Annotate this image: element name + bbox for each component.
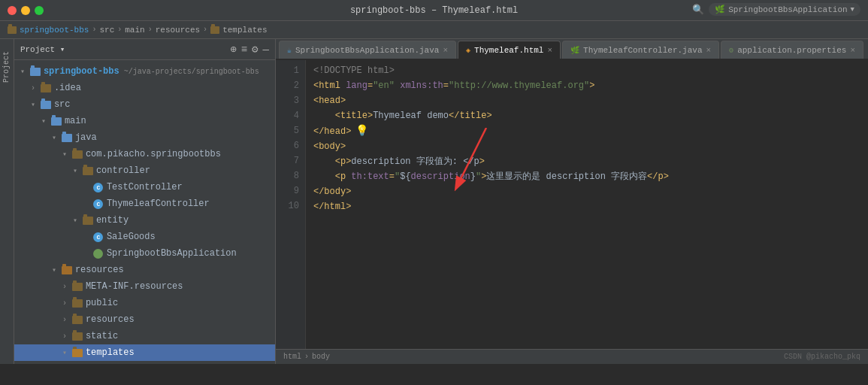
tree-item-templates[interactable]: ▾ templates	[14, 344, 275, 361]
lightbulb-icon: 💡	[355, 123, 368, 138]
tab-label-app-props: application.properties	[737, 46, 846, 55]
sync-icon[interactable]: ⊕	[230, 43, 236, 56]
code-token: lang	[346, 78, 367, 93]
maximize-button[interactable]	[35, 6, 44, 15]
titlebar: springboot-bbs – Thymeleaf.html 🔍 🌿 Spri…	[0, 0, 868, 21]
close-button[interactable]	[8, 6, 17, 15]
code-token: }	[470, 169, 476, 184]
code-token: </body>	[313, 184, 351, 199]
tree-item-springboot-app[interactable]: SpringbootBbsApplication	[14, 245, 275, 262]
tab-close-thymeleaf[interactable]: ×	[547, 46, 552, 55]
code-editor[interactable]: 1 2 3 4 5 6 7 8 9 10 <!DOCTYPE html> <ht…	[276, 60, 868, 349]
prop-icon-tab: ⚙	[729, 46, 733, 55]
tree-item-main[interactable]: ▾ main	[14, 113, 275, 129]
tree-item-static[interactable]: › static	[14, 328, 275, 344]
code-token: <html	[313, 78, 346, 93]
line-num-7: 7	[276, 153, 299, 168]
tree-item-sale-goods[interactable]: C SaleGoods	[14, 229, 275, 245]
editor-area: ☕ SpringbootBbsApplication.java × ◈ Thym…	[276, 39, 868, 364]
code-token: Thymeleaf demo	[373, 108, 449, 123]
tree-item-resources[interactable]: ▾ resources	[14, 262, 275, 278]
folder-icon-main	[50, 116, 62, 126]
chevron-down-icon: ▼	[851, 6, 854, 14]
tab-thymeleaf[interactable]: ◈ Thymeleaf.html ×	[458, 41, 561, 59]
tab-springboot-app[interactable]: ☕ SpringbootBbsApplication.java ×	[279, 41, 456, 59]
project-panel: Project ▾ ⊕ ≡ ⚙ — ▾ springboot-bbs ~/jav…	[14, 39, 276, 364]
bottom-watermark: CSDN @pikacho_pkq	[784, 353, 860, 361]
folder-icon-controller	[82, 165, 94, 176]
folder-icon-meta	[71, 281, 83, 292]
tree-label-springboot-app: SpringbootBbsApplication	[107, 248, 237, 259]
sidebar-tab-project[interactable]: Project	[1, 45, 12, 89]
tab-bar: ☕ SpringbootBbsApplication.java × ◈ Thym…	[276, 39, 868, 60]
tree-item-controller[interactable]: ▾ controller	[14, 162, 275, 179]
code-token: >	[479, 154, 485, 169]
breadcrumb-sep-1: ›	[92, 26, 96, 34]
spring-icon-tab: 🌿	[570, 46, 579, 55]
breadcrumb-main[interactable]: main	[125, 26, 144, 35]
breadcrumb-project[interactable]: springboot-bbs	[20, 26, 89, 35]
arrow-icon: ▾	[31, 100, 40, 109]
folder-icon-entity	[82, 215, 94, 226]
code-token: "en"	[373, 78, 395, 93]
code-content[interactable]: <!DOCTYPE html> <html lang="en" xmlns:th…	[306, 60, 868, 349]
tree-label-root: springboot-bbs	[44, 66, 119, 77]
tree-meta-root: ~/java-projects/springboot-bbs	[124, 68, 259, 76]
tree-item-entity[interactable]: ▾ entity	[14, 212, 275, 229]
arrow-icon: ›	[62, 299, 71, 308]
tab-close-app-props[interactable]: ×	[850, 46, 855, 55]
arrow-icon: ▾	[73, 216, 82, 225]
tab-close-thymeleaf-controller[interactable]: ×	[706, 46, 712, 55]
file-tree: ▾ springboot-bbs ~/java-projects/springb…	[14, 60, 275, 364]
folder-icon-idea	[40, 83, 52, 93]
code-token: description 字段值为: </p	[351, 154, 479, 169]
tree-label-templates: templates	[86, 347, 135, 358]
tree-item-java[interactable]: ▾ java	[14, 129, 275, 146]
line-numbers: 1 2 3 4 5 6 7 8 9 10	[276, 60, 306, 349]
collapse-icon[interactable]: ≡	[241, 44, 247, 56]
java-spring-icon-test: C	[92, 182, 104, 192]
breadcrumb: springboot-bbs › src › main › resources …	[0, 21, 868, 39]
tree-item-idea[interactable]: › .idea	[14, 80, 275, 96]
tree-label-sale-goods: SaleGoods	[107, 232, 156, 242]
code-token: 这里显示的是 description 字段内容	[486, 169, 647, 184]
hide-panel-icon[interactable]: —	[263, 44, 269, 56]
code-token: "	[395, 169, 400, 184]
tree-item-test-controller[interactable]: C TestController	[14, 179, 275, 196]
tree-item-com[interactable]: ▾ com.pikacho.springbootbbs	[14, 146, 275, 162]
tree-item-resources2[interactable]: › resources	[14, 311, 275, 328]
code-token: =	[367, 78, 373, 93]
search-icon[interactable]: 🔍	[692, 4, 704, 16]
minimize-button[interactable]	[21, 6, 30, 15]
run-config-selector[interactable]: 🌿 SpringbootBbsApplication ▼	[709, 3, 860, 16]
tab-thymeleaf-controller[interactable]: 🌿 ThymeleafController.java ×	[562, 41, 719, 59]
tree-item-root[interactable]: ▾ springboot-bbs ~/java-projects/springb…	[14, 63, 275, 80]
breadcrumb-resources[interactable]: resources	[156, 26, 200, 35]
tree-item-thymeleaf-html[interactable]: h Thymeleaf.html	[14, 361, 275, 364]
tab-label-thymeleaf-controller: ThymeleafController.java	[583, 46, 702, 55]
tree-item-meta-inf[interactable]: › META-INF.resources	[14, 278, 275, 295]
tree-item-src[interactable]: ▾ src	[14, 96, 275, 113]
tree-label-main: main	[65, 116, 86, 126]
tree-item-thymeleaf-controller[interactable]: C ThymeleafController	[14, 196, 275, 212]
code-line-8: <p th:text="${description}">这里显示的是 descr…	[313, 169, 860, 184]
tab-app-props[interactable]: ⚙ application.properties ×	[721, 41, 863, 59]
tab-close-springboot[interactable]: ×	[443, 46, 448, 55]
folder-icon-com	[71, 149, 83, 159]
tree-item-public[interactable]: › public	[14, 295, 275, 311]
code-token: ${	[400, 169, 410, 184]
code-token: >	[481, 169, 486, 184]
code-line-1: <!DOCTYPE html>	[313, 63, 860, 78]
code-token	[313, 154, 335, 169]
folder-icon-src	[40, 99, 52, 110]
line-num-2: 2	[276, 78, 299, 93]
html-icon-tab: ◈	[466, 46, 470, 55]
settings-icon[interactable]: ⚙	[252, 43, 258, 56]
code-token: description	[411, 169, 470, 184]
breadcrumb-sep-2: ›	[117, 26, 122, 34]
breadcrumb-templates[interactable]: templates	[222, 26, 267, 35]
code-line-3: <head>	[313, 93, 860, 108]
breadcrumb-src[interactable]: src	[99, 26, 114, 35]
tree-label-test-controller: TestController	[107, 182, 183, 192]
code-token: "	[476, 169, 481, 184]
